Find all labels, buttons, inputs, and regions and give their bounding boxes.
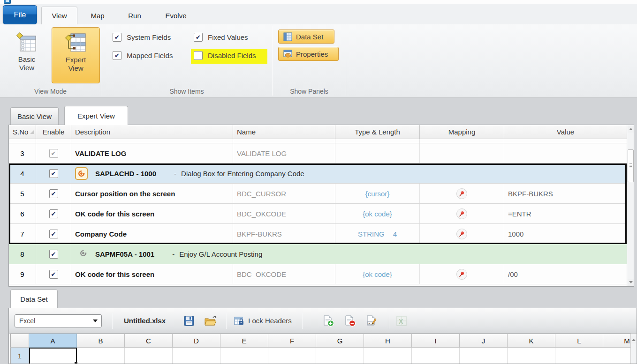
scrollbar-thumb[interactable] <box>628 149 634 182</box>
mapping-cell[interactable] <box>420 224 504 244</box>
sheet-column-header[interactable]: D <box>173 334 220 348</box>
column-header-name[interactable]: Name <box>233 125 335 139</box>
sheet-column-header[interactable]: F <box>268 334 316 348</box>
properties-panel-button[interactable]: Properties <box>278 47 339 61</box>
scroll-up-button[interactable] <box>628 126 634 133</box>
value-cell[interactable]: =ENTR <box>504 204 627 223</box>
mapping-cell[interactable] <box>420 143 504 163</box>
sheet-cell-a1-selected[interactable] <box>29 348 77 364</box>
sheet-vertical-scrollbar[interactable] <box>630 334 637 364</box>
rename-sheet-button[interactable]: a... <box>365 315 378 327</box>
sheet-cell[interactable] <box>555 348 603 364</box>
tab-file[interactable]: File <box>3 5 37 24</box>
expert-view-button[interactable]: Expert View <box>52 27 100 83</box>
type-cell[interactable]: {cursor} <box>335 184 420 203</box>
enable-checkbox[interactable] <box>49 169 58 178</box>
sheet-cell[interactable] <box>316 348 364 364</box>
screen-row[interactable]: 4 SAPLACHD - 1000 - Dialog Box for <box>9 163 627 184</box>
enable-cell[interactable] <box>36 163 71 183</box>
table-row[interactable]: 7 Company Code BKPF-BUKRS STRING 4 <box>9 224 627 244</box>
tab-run[interactable]: Run <box>121 7 148 24</box>
data-source-select[interactable]: Excel <box>15 314 102 327</box>
sheet-cell[interactable] <box>77 348 125 364</box>
enable-checkbox[interactable] <box>49 209 58 218</box>
basic-view-button[interactable]: Basic View <box>10 28 43 82</box>
column-header-value[interactable]: Value <box>504 125 627 139</box>
enable-checkbox[interactable] <box>49 189 58 198</box>
type-cell[interactable]: {ok code} <box>335 264 420 284</box>
open-file-button[interactable] <box>204 315 217 327</box>
column-header-description[interactable]: Description <box>71 125 233 139</box>
sheet-column-header[interactable]: B <box>77 334 125 348</box>
value-cell[interactable]: 1000 <box>504 224 627 244</box>
mapping-cell[interactable] <box>420 184 504 203</box>
checkbox-fixed-values[interactable]: Fixed Values <box>194 33 248 42</box>
lock-headers-button[interactable]: Lock Headers <box>234 316 292 326</box>
scroll-down-button[interactable] <box>628 279 634 286</box>
value-cell[interactable]: /00 <box>504 264 627 284</box>
column-header-type-length[interactable]: Type & Length <box>335 125 420 139</box>
enable-cell[interactable] <box>36 204 71 223</box>
value-cell[interactable] <box>504 143 627 163</box>
sheet-column-header[interactable]: C <box>125 334 173 348</box>
sheet-cell[interactable] <box>220 348 268 364</box>
sheet-row-header[interactable]: 1 <box>10 348 29 364</box>
type-cell[interactable] <box>335 143 420 163</box>
enable-cell[interactable] <box>36 143 71 163</box>
mapping-cell[interactable] <box>420 264 504 284</box>
sheet-column-header[interactable]: K <box>508 334 555 348</box>
table-row[interactable]: 9 OK code for this screen BDC_OKCODE {ok… <box>9 264 627 284</box>
sheet-column-header[interactable]: J <box>460 334 508 348</box>
sheet-column-header[interactable]: I <box>412 334 460 348</box>
sheet-column-header[interactable]: H <box>364 334 412 348</box>
mapping-cell[interactable] <box>420 204 504 223</box>
enable-cell[interactable] <box>36 264 71 284</box>
sheet-column-header[interactable]: G <box>316 334 364 348</box>
checkbox-system-fields[interactable]: System Fields <box>113 33 171 42</box>
mapping-pin-icon[interactable] <box>456 208 467 219</box>
sheet-cell[interactable] <box>173 348 220 364</box>
mapping-pin-icon[interactable] <box>456 188 467 199</box>
data-set-tab[interactable]: Data Set <box>10 290 58 308</box>
sheet-cell[interactable] <box>125 348 173 364</box>
mapping-pin-icon[interactable] <box>456 229 467 239</box>
mapping-pin-icon[interactable] <box>456 269 467 280</box>
enable-cell[interactable] <box>36 244 71 264</box>
sheet-column-header[interactable]: E <box>220 334 268 348</box>
enable-checkbox[interactable] <box>49 250 58 259</box>
enable-cell[interactable] <box>36 184 71 203</box>
tab-evolve[interactable]: Evolve <box>158 7 194 24</box>
checkbox-disabled-fields[interactable]: Disabled Fields <box>194 51 256 60</box>
sheet-cell[interactable] <box>412 348 460 364</box>
column-header-enable[interactable]: Enable <box>36 125 71 139</box>
enable-checkbox[interactable] <box>49 149 58 158</box>
sheet-cell[interactable] <box>508 348 555 364</box>
scroll-up-button[interactable] <box>631 336 637 343</box>
type-cell[interactable]: STRING 4 <box>335 224 420 244</box>
sheet-column-header[interactable]: L <box>555 334 603 348</box>
table-row[interactable]: 3 VALIDATE LOG VALIDATE LOG <box>9 143 627 163</box>
sheet-select-all-corner[interactable] <box>10 334 29 348</box>
table-vertical-scrollbar[interactable] <box>627 125 634 286</box>
doc-tab-expert-view[interactable]: Expert View <box>64 106 128 125</box>
column-header-sno[interactable]: S.No <box>9 125 36 139</box>
type-cell[interactable]: {ok code} <box>335 204 420 223</box>
enable-cell[interactable] <box>36 224 71 244</box>
table-row[interactable]: 6 OK code for this screen BDC_OKCODE {ok… <box>9 204 627 224</box>
sheet-column-header[interactable]: M <box>603 334 630 348</box>
save-button[interactable] <box>183 315 195 327</box>
sheet-column-header[interactable]: A <box>29 334 77 348</box>
sheet-cell[interactable] <box>364 348 412 364</box>
screen-row[interactable]: 8 SAPMF05A - 1001 - Enjoy G/L Account Po… <box>9 244 627 264</box>
checkbox-mapped-fields[interactable]: Mapped Fields <box>113 51 173 60</box>
remove-row-button[interactable] <box>344 315 356 327</box>
tab-map[interactable]: Map <box>83 7 112 24</box>
sheet-cell[interactable] <box>268 348 316 364</box>
column-header-mapping[interactable]: Mapping <box>420 125 504 139</box>
sheet-cell[interactable] <box>603 348 630 364</box>
add-row-button[interactable] <box>322 315 334 327</box>
doc-tab-basic-view[interactable]: Basic View <box>10 107 59 125</box>
value-cell[interactable]: BKPF-BUKRS <box>504 184 627 203</box>
data-set-panel-button[interactable]: Data Set <box>278 30 334 44</box>
tab-view[interactable]: View <box>41 7 77 24</box>
